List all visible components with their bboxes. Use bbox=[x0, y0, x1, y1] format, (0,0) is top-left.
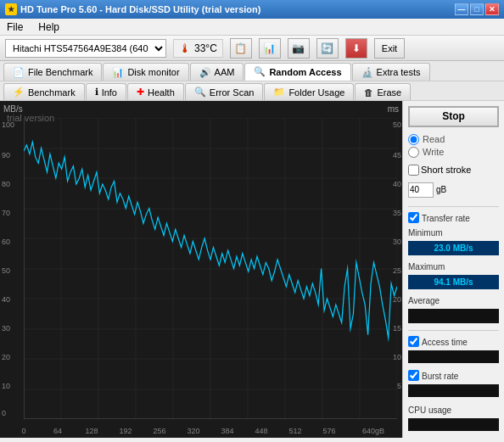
read-radio-label[interactable]: Read bbox=[408, 134, 499, 145]
y-left-100: 100 bbox=[2, 120, 14, 129]
toolbar-btn-2[interactable]: 📊 bbox=[259, 38, 281, 59]
y-left-60: 60 bbox=[2, 238, 10, 246]
file-benchmark-icon: 📄 bbox=[13, 67, 25, 78]
access-time-checkbox[interactable] bbox=[408, 336, 419, 347]
drive-select[interactable]: Hitachi HTS547564A9E384 (640 gB) bbox=[5, 39, 166, 58]
tab-extra-tests[interactable]: 🔬 Extra tests bbox=[352, 63, 430, 81]
minimum-label: Minimum bbox=[408, 228, 499, 238]
cpu-usage-label: CPU usage bbox=[408, 406, 499, 415]
tabs-row-2: ⚡ Benchmark ℹ Info ✚ Health 🔍 Error Scan… bbox=[0, 81, 504, 101]
divider-1 bbox=[408, 206, 499, 207]
gb-label: gB bbox=[436, 185, 446, 194]
minimize-button[interactable]: — bbox=[455, 3, 468, 15]
toolbar-btn-1[interactable]: 📋 bbox=[230, 38, 252, 59]
x-label-128: 128 bbox=[85, 427, 98, 435]
cpu-usage-bar bbox=[408, 418, 499, 431]
toolbar-btn-3[interactable]: 📷 bbox=[288, 38, 310, 59]
average-label: Average bbox=[408, 296, 499, 305]
short-stroke-label: Short stroke bbox=[421, 165, 471, 175]
x-label-448: 448 bbox=[255, 427, 267, 435]
access-time-label: Access time bbox=[422, 338, 468, 347]
x-label-640: 640gB bbox=[362, 427, 384, 435]
y-left-20: 20 bbox=[2, 353, 10, 361]
benchmark-icon: ⚡ bbox=[13, 87, 25, 98]
short-stroke-checkbox[interactable] bbox=[408, 165, 419, 176]
tab-folder-usage[interactable]: 📁 Folder Usage bbox=[264, 83, 354, 100]
thermometer-icon: 🌡 bbox=[179, 42, 191, 55]
y-left-10: 10 bbox=[2, 382, 10, 390]
menu-bar: File Help bbox=[0, 19, 504, 36]
y-left-40: 40 bbox=[2, 295, 10, 304]
tab-info[interactable]: ℹ Info bbox=[86, 83, 126, 100]
tab-disk-monitor[interactable]: 📊 Disk monitor bbox=[103, 63, 188, 81]
tab-erase[interactable]: 🗑 Erase bbox=[355, 83, 411, 100]
y-axis-label-right: ms bbox=[388, 104, 399, 114]
extra-tests-icon: 🔬 bbox=[361, 67, 373, 78]
chart-area: MB/s ms trial version 100 90 80 70 60 50… bbox=[0, 101, 402, 438]
x-label-0: 0 bbox=[21, 427, 25, 435]
y-left-50: 50 bbox=[2, 266, 10, 275]
x-label-64: 64 bbox=[53, 427, 62, 435]
read-radio[interactable] bbox=[408, 134, 419, 145]
maximum-value-bar: 94.1 MB/s bbox=[408, 275, 499, 289]
title-bar: ★ HD Tune Pro 5.60 - Hard Disk/SSD Utili… bbox=[0, 0, 504, 19]
tab-error-scan[interactable]: 🔍 Error Scan bbox=[185, 83, 264, 100]
exit-button[interactable]: Exit bbox=[374, 38, 405, 59]
burst-rate-label: Burst rate bbox=[422, 372, 458, 381]
window-title: HD Tune Pro 5.60 - Hard Disk/SSD Utility… bbox=[20, 4, 260, 14]
error-scan-icon: 🔍 bbox=[194, 87, 206, 98]
folder-usage-icon: 📁 bbox=[273, 87, 285, 98]
temperature-value: 33°C bbox=[194, 42, 217, 54]
aam-icon: 🔊 bbox=[199, 67, 211, 78]
erase-icon: 🗑 bbox=[364, 87, 373, 98]
access-time-bar bbox=[408, 350, 499, 363]
toolbar-btn-5[interactable]: ⬇ bbox=[345, 38, 367, 59]
minimum-value-bar: 23.0 MB/s bbox=[408, 241, 499, 255]
transfer-rate-checkbox[interactable] bbox=[408, 212, 419, 223]
y-left-30: 30 bbox=[2, 324, 10, 333]
right-panel: Stop Read Write Short stroke gB Transfer… bbox=[402, 101, 504, 438]
y-left-80: 80 bbox=[2, 180, 10, 188]
write-radio-label[interactable]: Write bbox=[408, 147, 499, 158]
burst-rate-bar bbox=[408, 384, 499, 397]
x-label-192: 192 bbox=[119, 427, 132, 435]
tab-file-benchmark[interactable]: 📄 File Benchmark bbox=[3, 63, 102, 81]
file-menu[interactable]: File bbox=[3, 20, 26, 35]
x-label-384: 384 bbox=[221, 427, 233, 435]
tabs-row-1: 📄 File Benchmark 📊 Disk monitor 🔊 AAM 🔍 … bbox=[0, 61, 504, 81]
short-stroke-row: Short stroke bbox=[408, 165, 499, 176]
average-value-bar bbox=[408, 309, 499, 323]
y-left-90: 90 bbox=[2, 151, 10, 159]
app-icon: ★ bbox=[5, 3, 17, 15]
info-icon: ℹ bbox=[95, 87, 98, 98]
x-label-576: 576 bbox=[322, 427, 335, 435]
maximum-label: Maximum bbox=[408, 262, 499, 271]
tab-random-access[interactable]: 🔍 Random Access bbox=[244, 63, 350, 81]
divider-2 bbox=[408, 330, 499, 331]
x-label-320: 320 bbox=[187, 427, 199, 435]
maximize-button[interactable]: □ bbox=[470, 3, 484, 15]
disk-monitor-icon: 📊 bbox=[112, 67, 124, 78]
tab-benchmark[interactable]: ⚡ Benchmark bbox=[3, 83, 85, 100]
burst-rate-checkbox[interactable] bbox=[408, 370, 419, 381]
tab-health[interactable]: ✚ Health bbox=[127, 83, 184, 100]
window-controls: — □ ✕ bbox=[455, 3, 499, 15]
random-access-icon: 🔍 bbox=[254, 66, 266, 77]
x-label-256: 256 bbox=[153, 427, 165, 435]
read-write-group: Read Write bbox=[408, 134, 499, 158]
toolbar-btn-4[interactable]: 🔄 bbox=[316, 38, 339, 59]
stop-button[interactable]: Stop bbox=[408, 106, 499, 127]
temperature-display: 🌡 33°C bbox=[173, 39, 223, 58]
tab-aam[interactable]: 🔊 AAM bbox=[190, 63, 244, 81]
main-content: MB/s ms trial version 100 90 80 70 60 50… bbox=[0, 101, 504, 438]
transfer-rate-label: Transfer rate bbox=[422, 214, 470, 223]
health-icon: ✚ bbox=[137, 87, 144, 98]
short-stroke-value[interactable] bbox=[408, 182, 434, 198]
y-right-5: 5 bbox=[397, 382, 401, 390]
write-radio[interactable] bbox=[408, 147, 419, 158]
help-menu[interactable]: Help bbox=[35, 20, 63, 35]
y-left-0: 0 bbox=[2, 409, 6, 417]
close-button[interactable]: ✕ bbox=[485, 3, 499, 15]
x-label-512: 512 bbox=[288, 427, 301, 435]
y-left-70: 70 bbox=[2, 209, 10, 217]
